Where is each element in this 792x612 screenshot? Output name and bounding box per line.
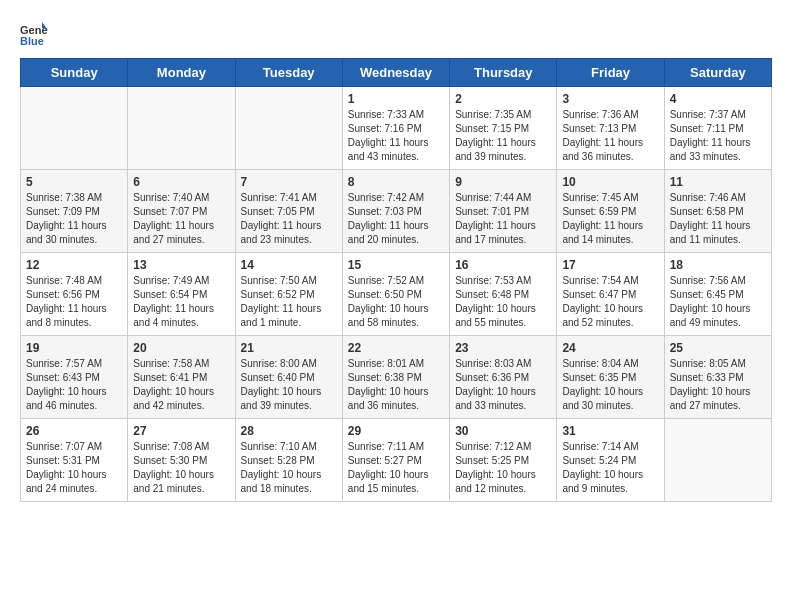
day-cell-17: 17Sunrise: 7:54 AM Sunset: 6:47 PM Dayli…	[557, 253, 664, 336]
day-number: 31	[562, 424, 658, 438]
day-header-tuesday: Tuesday	[235, 59, 342, 87]
day-number: 20	[133, 341, 229, 355]
day-number: 16	[455, 258, 551, 272]
day-info: Sunrise: 7:11 AM Sunset: 5:27 PM Dayligh…	[348, 440, 444, 496]
day-info: Sunrise: 7:48 AM Sunset: 6:56 PM Dayligh…	[26, 274, 122, 330]
day-number: 17	[562, 258, 658, 272]
day-number: 2	[455, 92, 551, 106]
day-info: Sunrise: 7:41 AM Sunset: 7:05 PM Dayligh…	[241, 191, 337, 247]
day-number: 9	[455, 175, 551, 189]
day-cell-20: 20Sunrise: 7:58 AM Sunset: 6:41 PM Dayli…	[128, 336, 235, 419]
day-number: 29	[348, 424, 444, 438]
page: General Blue SundayMondayTuesdayWednesda…	[0, 0, 792, 518]
day-info: Sunrise: 7:40 AM Sunset: 7:07 PM Dayligh…	[133, 191, 229, 247]
day-number: 24	[562, 341, 658, 355]
day-info: Sunrise: 7:08 AM Sunset: 5:30 PM Dayligh…	[133, 440, 229, 496]
day-header-friday: Friday	[557, 59, 664, 87]
day-info: Sunrise: 7:36 AM Sunset: 7:13 PM Dayligh…	[562, 108, 658, 164]
day-info: Sunrise: 7:07 AM Sunset: 5:31 PM Dayligh…	[26, 440, 122, 496]
day-cell-7: 7Sunrise: 7:41 AM Sunset: 7:05 PM Daylig…	[235, 170, 342, 253]
day-number: 10	[562, 175, 658, 189]
day-cell-1: 1Sunrise: 7:33 AM Sunset: 7:16 PM Daylig…	[342, 87, 449, 170]
day-header-sunday: Sunday	[21, 59, 128, 87]
day-cell-13: 13Sunrise: 7:49 AM Sunset: 6:54 PM Dayli…	[128, 253, 235, 336]
day-number: 21	[241, 341, 337, 355]
day-info: Sunrise: 8:03 AM Sunset: 6:36 PM Dayligh…	[455, 357, 551, 413]
day-number: 5	[26, 175, 122, 189]
day-info: Sunrise: 8:04 AM Sunset: 6:35 PM Dayligh…	[562, 357, 658, 413]
empty-cell	[664, 419, 771, 502]
day-cell-8: 8Sunrise: 7:42 AM Sunset: 7:03 PM Daylig…	[342, 170, 449, 253]
header-area: General Blue	[20, 16, 772, 48]
day-cell-12: 12Sunrise: 7:48 AM Sunset: 6:56 PM Dayli…	[21, 253, 128, 336]
day-cell-30: 30Sunrise: 7:12 AM Sunset: 5:25 PM Dayli…	[450, 419, 557, 502]
day-cell-22: 22Sunrise: 8:01 AM Sunset: 6:38 PM Dayli…	[342, 336, 449, 419]
day-info: Sunrise: 7:12 AM Sunset: 5:25 PM Dayligh…	[455, 440, 551, 496]
day-number: 6	[133, 175, 229, 189]
day-header-saturday: Saturday	[664, 59, 771, 87]
day-info: Sunrise: 7:38 AM Sunset: 7:09 PM Dayligh…	[26, 191, 122, 247]
day-info: Sunrise: 7:49 AM Sunset: 6:54 PM Dayligh…	[133, 274, 229, 330]
day-number: 11	[670, 175, 766, 189]
day-info: Sunrise: 7:10 AM Sunset: 5:28 PM Dayligh…	[241, 440, 337, 496]
day-header-wednesday: Wednesday	[342, 59, 449, 87]
week-row-5: 26Sunrise: 7:07 AM Sunset: 5:31 PM Dayli…	[21, 419, 772, 502]
day-cell-16: 16Sunrise: 7:53 AM Sunset: 6:48 PM Dayli…	[450, 253, 557, 336]
day-cell-2: 2Sunrise: 7:35 AM Sunset: 7:15 PM Daylig…	[450, 87, 557, 170]
day-cell-25: 25Sunrise: 8:05 AM Sunset: 6:33 PM Dayli…	[664, 336, 771, 419]
day-number: 8	[348, 175, 444, 189]
day-cell-3: 3Sunrise: 7:36 AM Sunset: 7:13 PM Daylig…	[557, 87, 664, 170]
day-info: Sunrise: 7:33 AM Sunset: 7:16 PM Dayligh…	[348, 108, 444, 164]
day-info: Sunrise: 7:42 AM Sunset: 7:03 PM Dayligh…	[348, 191, 444, 247]
day-info: Sunrise: 7:44 AM Sunset: 7:01 PM Dayligh…	[455, 191, 551, 247]
day-info: Sunrise: 8:00 AM Sunset: 6:40 PM Dayligh…	[241, 357, 337, 413]
day-number: 3	[562, 92, 658, 106]
day-cell-26: 26Sunrise: 7:07 AM Sunset: 5:31 PM Dayli…	[21, 419, 128, 502]
week-row-2: 5Sunrise: 7:38 AM Sunset: 7:09 PM Daylig…	[21, 170, 772, 253]
svg-text:Blue: Blue	[20, 35, 44, 47]
day-number: 7	[241, 175, 337, 189]
day-cell-28: 28Sunrise: 7:10 AM Sunset: 5:28 PM Dayli…	[235, 419, 342, 502]
day-info: Sunrise: 7:57 AM Sunset: 6:43 PM Dayligh…	[26, 357, 122, 413]
week-row-4: 19Sunrise: 7:57 AM Sunset: 6:43 PM Dayli…	[21, 336, 772, 419]
day-number: 14	[241, 258, 337, 272]
day-cell-23: 23Sunrise: 8:03 AM Sunset: 6:36 PM Dayli…	[450, 336, 557, 419]
empty-cell	[235, 87, 342, 170]
day-info: Sunrise: 7:14 AM Sunset: 5:24 PM Dayligh…	[562, 440, 658, 496]
day-number: 15	[348, 258, 444, 272]
day-number: 25	[670, 341, 766, 355]
day-cell-5: 5Sunrise: 7:38 AM Sunset: 7:09 PM Daylig…	[21, 170, 128, 253]
day-number: 27	[133, 424, 229, 438]
day-cell-10: 10Sunrise: 7:45 AM Sunset: 6:59 PM Dayli…	[557, 170, 664, 253]
day-number: 30	[455, 424, 551, 438]
day-info: Sunrise: 7:37 AM Sunset: 7:11 PM Dayligh…	[670, 108, 766, 164]
calendar-table: SundayMondayTuesdayWednesdayThursdayFrid…	[20, 58, 772, 502]
day-info: Sunrise: 7:52 AM Sunset: 6:50 PM Dayligh…	[348, 274, 444, 330]
logo: General Blue	[20, 20, 52, 48]
day-number: 23	[455, 341, 551, 355]
day-cell-31: 31Sunrise: 7:14 AM Sunset: 5:24 PM Dayli…	[557, 419, 664, 502]
day-cell-27: 27Sunrise: 7:08 AM Sunset: 5:30 PM Dayli…	[128, 419, 235, 502]
day-info: Sunrise: 7:45 AM Sunset: 6:59 PM Dayligh…	[562, 191, 658, 247]
day-cell-9: 9Sunrise: 7:44 AM Sunset: 7:01 PM Daylig…	[450, 170, 557, 253]
day-info: Sunrise: 8:05 AM Sunset: 6:33 PM Dayligh…	[670, 357, 766, 413]
day-cell-15: 15Sunrise: 7:52 AM Sunset: 6:50 PM Dayli…	[342, 253, 449, 336]
day-info: Sunrise: 7:46 AM Sunset: 6:58 PM Dayligh…	[670, 191, 766, 247]
logo-icon: General Blue	[20, 20, 48, 48]
day-cell-14: 14Sunrise: 7:50 AM Sunset: 6:52 PM Dayli…	[235, 253, 342, 336]
day-header-thursday: Thursday	[450, 59, 557, 87]
day-cell-11: 11Sunrise: 7:46 AM Sunset: 6:58 PM Dayli…	[664, 170, 771, 253]
empty-cell	[128, 87, 235, 170]
empty-cell	[21, 87, 128, 170]
day-cell-24: 24Sunrise: 8:04 AM Sunset: 6:35 PM Dayli…	[557, 336, 664, 419]
day-cell-4: 4Sunrise: 7:37 AM Sunset: 7:11 PM Daylig…	[664, 87, 771, 170]
day-number: 19	[26, 341, 122, 355]
day-number: 1	[348, 92, 444, 106]
day-cell-18: 18Sunrise: 7:56 AM Sunset: 6:45 PM Dayli…	[664, 253, 771, 336]
day-header-monday: Monday	[128, 59, 235, 87]
day-info: Sunrise: 7:56 AM Sunset: 6:45 PM Dayligh…	[670, 274, 766, 330]
day-info: Sunrise: 7:53 AM Sunset: 6:48 PM Dayligh…	[455, 274, 551, 330]
day-cell-19: 19Sunrise: 7:57 AM Sunset: 6:43 PM Dayli…	[21, 336, 128, 419]
day-info: Sunrise: 7:58 AM Sunset: 6:41 PM Dayligh…	[133, 357, 229, 413]
day-cell-29: 29Sunrise: 7:11 AM Sunset: 5:27 PM Dayli…	[342, 419, 449, 502]
